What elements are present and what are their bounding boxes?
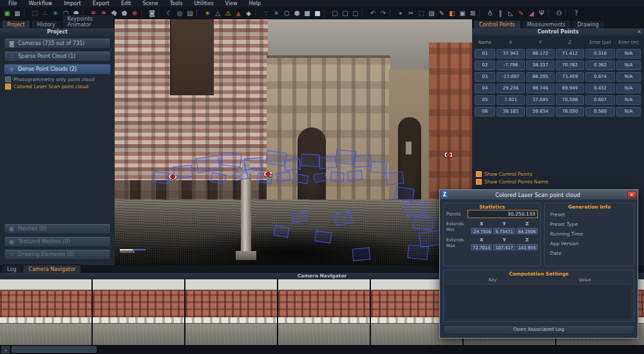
bottom-panel-tab[interactable]: Camera Navigator bbox=[23, 265, 81, 273]
warning-small-icon[interactable]: ▲ bbox=[233, 8, 243, 18]
clear-select-icon[interactable]: ⊠ bbox=[468, 8, 478, 18]
moon-icon[interactable]: ☾ bbox=[164, 8, 175, 18]
fork-tool-icon[interactable]: Ψ bbox=[536, 8, 547, 18]
col-name[interactable]: Name bbox=[475, 38, 495, 47]
dialog-title-bar[interactable]: Z Colored Laser Scan point cloud ✕ bbox=[440, 190, 638, 200]
stone-mesh2-icon[interactable]: ⬟ bbox=[119, 8, 129, 18]
plate-icon[interactable]: ▤ bbox=[185, 8, 195, 18]
textured-meshes-button[interactable]: ⬣ Textured Meshes (0) bbox=[4, 236, 111, 247]
sparse-points-icon[interactable]: ∴ bbox=[40, 8, 50, 18]
right-panel-tab[interactable]: Drawing bbox=[572, 20, 605, 28]
menu-item[interactable]: Utilities bbox=[188, 1, 219, 6]
redo-icon[interactable]: ↷ bbox=[378, 8, 388, 18]
col-error-px[interactable]: Error (px) bbox=[585, 38, 615, 47]
checkbox[interactable] bbox=[476, 171, 482, 177]
camera-thumbnail[interactable] bbox=[278, 279, 370, 345]
left-panel-tab[interactable]: Keypoints Animator bbox=[62, 14, 114, 28]
help-icon[interactable]: ? bbox=[571, 8, 582, 18]
scrollbar-thumb[interactable] bbox=[12, 346, 97, 353]
scatter-green-icon[interactable]: ∵ bbox=[261, 8, 271, 18]
left-panel-tab[interactable]: Project bbox=[1, 20, 30, 28]
show-option[interactable]: Show Control Points bbox=[476, 171, 548, 177]
menu-item[interactable]: File bbox=[3, 1, 23, 6]
table-row[interactable]: 01 37.943 86.172 71.412 0.318 N/A bbox=[475, 49, 641, 59]
show-option[interactable]: Show Control Points Name bbox=[476, 179, 548, 185]
dense-points-icon[interactable]: ✳ bbox=[50, 8, 61, 18]
drawing-elements-button[interactable]: ✧ Drawing Elements (0) bbox=[4, 249, 111, 260]
menu-item[interactable]: Import bbox=[58, 1, 87, 6]
right-panel-tab[interactable]: Control Points bbox=[473, 20, 521, 28]
point-cloud-item[interactable]: Colored Laser Scan point cloud bbox=[0, 83, 115, 90]
camera-thumbnail[interactable] bbox=[0, 279, 91, 345]
meshes-button[interactable]: ⬢ Meshes (0) bbox=[4, 223, 111, 234]
sparse-point-cloud-button[interactable]: ∴ Sparse Point Cloud (1) bbox=[4, 51, 111, 62]
right-panel-tab[interactable]: Measurements bbox=[522, 20, 571, 28]
menu-item[interactable]: Scene bbox=[137, 1, 164, 6]
cube3-icon[interactable]: ▢ bbox=[350, 8, 361, 18]
brush-select-icon[interactable]: ✎ bbox=[437, 8, 447, 18]
orbit-icon[interactable]: ◎ bbox=[175, 8, 185, 18]
menu-item[interactable]: Edit bbox=[115, 1, 137, 6]
undo-icon[interactable]: ↶ bbox=[368, 8, 378, 18]
col-z[interactable]: Z bbox=[556, 38, 584, 47]
table-row[interactable]: 06 38.183 59.834 76.050 0.560 N/A bbox=[475, 107, 641, 116]
rect-select-icon[interactable]: ⬚ bbox=[416, 8, 426, 18]
select-region-gray-icon[interactable]: ▦ bbox=[12, 8, 23, 18]
dense-point-clouds-button[interactable]: ✳ Dense Point Clouds (2) bbox=[4, 64, 111, 75]
table-row[interactable]: 05 7.921 37.045 70.598 0.607 N/A bbox=[475, 95, 641, 105]
copy-select-icon[interactable]: ▣ bbox=[457, 8, 468, 18]
visibility-checkbox[interactable] bbox=[5, 84, 11, 89]
cone-tool-icon[interactable]: ◢ bbox=[526, 8, 536, 18]
light-icon[interactable]: ☀ bbox=[202, 8, 213, 18]
camera-tool-icon[interactable]: ◙ bbox=[147, 8, 157, 18]
mask-icon[interactable]: ⚇ bbox=[554, 8, 564, 18]
point-cloud-item[interactable]: Photogrammetry only point cloud bbox=[0, 76, 115, 83]
square-light-icon[interactable]: ■ bbox=[312, 8, 323, 18]
table-row[interactable]: 03 -13.697 66.205 73.459 0.674 N/A bbox=[475, 72, 641, 82]
points-value-field[interactable]: 30,250,133 bbox=[468, 210, 538, 218]
select-region-green-icon[interactable]: ▣ bbox=[2, 8, 12, 18]
zoom-select-icon[interactable]: ⌖ bbox=[395, 8, 406, 18]
triangle-icon[interactable]: △ bbox=[213, 8, 223, 18]
menu-item[interactable]: Workflow bbox=[23, 1, 58, 6]
col-x[interactable]: X bbox=[497, 38, 525, 47]
camera-thumbnail[interactable] bbox=[185, 279, 277, 345]
left-panel-tab[interactable]: History bbox=[31, 20, 61, 28]
menu-item[interactable]: Help bbox=[243, 1, 267, 6]
planet-icon[interactable]: ♁ bbox=[485, 8, 495, 18]
cube1-icon[interactable]: ▢ bbox=[330, 8, 340, 18]
lasso-selection-icon[interactable]: ⬚ bbox=[30, 8, 40, 18]
cameras-button[interactable]: ◙ Cameras (735 out of 735) bbox=[4, 38, 111, 49]
open-associated-log-button[interactable]: Open Associated Log bbox=[443, 325, 634, 335]
hatch-select-icon[interactable]: ▨ bbox=[426, 8, 437, 18]
diamond-icon[interactable]: ◈ bbox=[243, 8, 254, 18]
ruler-icon[interactable]: ‖ bbox=[495, 8, 506, 18]
dialog-close-icon[interactable]: ✕ bbox=[627, 191, 636, 198]
menu-item[interactable]: Tools bbox=[164, 1, 189, 6]
plane-tool-icon[interactable]: ◺ bbox=[506, 8, 516, 18]
hexagon-icon[interactable]: ⬡ bbox=[281, 8, 292, 18]
hexagon-solid-icon[interactable]: ⬢ bbox=[292, 8, 302, 18]
warning-icon[interactable]: ⚠ bbox=[223, 8, 233, 18]
camera-thumbnail[interactable] bbox=[93, 279, 184, 345]
close-icon[interactable]: ✕ bbox=[637, 28, 641, 36]
menu-item[interactable]: Export bbox=[87, 1, 115, 6]
col-y[interactable]: Y bbox=[526, 38, 554, 47]
scatter-color-icon[interactable]: ✳ bbox=[271, 8, 281, 18]
menu-item[interactable]: View bbox=[220, 1, 243, 6]
square-dark-icon[interactable]: ■ bbox=[302, 8, 312, 18]
cut-select-icon[interactable]: ✂ bbox=[406, 8, 416, 18]
horizontal-scrollbar[interactable]: ◂ bbox=[0, 345, 644, 354]
paint-tool-icon[interactable]: ✎ bbox=[516, 8, 526, 18]
bottom-panel-tab[interactable]: Log bbox=[1, 265, 22, 273]
table-row[interactable]: 02 -7.796 38.337 70.762 0.362 N/A bbox=[475, 61, 641, 70]
table-row[interactable]: 04 29.236 98.746 69.949 0.432 N/A bbox=[475, 84, 641, 93]
3d-viewport[interactable]: 05 02 03 meters bbox=[115, 19, 472, 265]
scroll-left-arrow-icon[interactable]: ◂ bbox=[1, 346, 10, 353]
photo-cluster3-icon[interactable]: ❋ bbox=[129, 8, 140, 18]
checkbox[interactable] bbox=[476, 179, 482, 185]
cube2-icon[interactable]: ▢ bbox=[340, 8, 350, 18]
visibility-checkbox[interactable] bbox=[5, 77, 11, 82]
col-error-m[interactable]: Error (m) bbox=[616, 38, 641, 47]
zero-badge-icon[interactable]: ◧ bbox=[447, 8, 457, 18]
